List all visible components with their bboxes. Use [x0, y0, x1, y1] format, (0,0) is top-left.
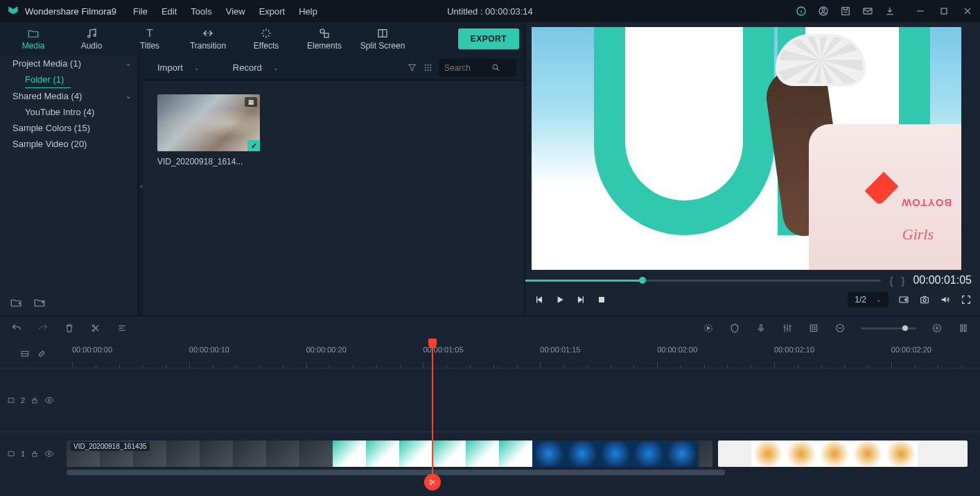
chevron-down-icon[interactable]: ⌄: [273, 65, 279, 71]
tree-sample-video[interactable]: Sample Video (20): [0, 136, 138, 152]
save-icon[interactable]: [840, 6, 851, 17]
clip-name-label: VID_20200918_1614...: [157, 157, 260, 166]
undo-button[interactable]: [11, 323, 22, 334]
check-icon: ✓: [247, 140, 260, 151]
info-icon[interactable]: [796, 6, 807, 17]
close-icon[interactable]: [962, 6, 973, 17]
svg-rect-32: [961, 325, 963, 331]
step-forward-button[interactable]: [575, 294, 586, 305]
record-button[interactable]: Record: [227, 60, 268, 76]
tree-shared-media[interactable]: Shared Media (4)⌄: [0, 88, 138, 104]
ruler-label: 00:00:02:00: [657, 345, 697, 354]
splitter-handle[interactable]: ◂: [139, 55, 143, 316]
menu-view[interactable]: View: [226, 6, 245, 17]
search-input[interactable]: [444, 63, 486, 73]
menu-edit[interactable]: Edit: [161, 6, 177, 17]
track-head-1: 1: [0, 431, 67, 474]
tab-transition[interactable]: Transition: [179, 27, 237, 51]
tab-effects[interactable]: Effects: [237, 27, 295, 51]
timeline-zoom-slider[interactable]: [861, 327, 916, 330]
tree-project-media[interactable]: Project Media (1)⌄: [0, 55, 138, 71]
tab-titles[interactable]: Titles: [121, 27, 179, 51]
track-manage-icon[interactable]: [20, 349, 30, 359]
preview-text-overlay: BOYTOW: [901, 197, 952, 209]
zoom-out-button[interactable]: [834, 323, 846, 334]
eye-icon[interactable]: [44, 449, 54, 459]
lock-icon[interactable]: [30, 450, 39, 458]
eye-icon[interactable]: [44, 395, 54, 405]
tab-media[interactable]: Media: [4, 27, 62, 51]
timeline-clip-2[interactable]: [718, 441, 968, 467]
maximize-icon[interactable]: [938, 6, 950, 17]
zoom-fit-button[interactable]: [958, 323, 969, 334]
svg-rect-38: [33, 400, 37, 403]
zoom-in-button[interactable]: [931, 323, 943, 334]
music-icon: [85, 27, 98, 40]
tree-youtube-intro[interactable]: YouTube Intro (4): [0, 104, 138, 120]
svg-point-17: [425, 69, 426, 71]
account-icon[interactable]: [818, 6, 829, 17]
video-track-2[interactable]: [67, 368, 980, 431]
text-icon: [143, 27, 156, 40]
timeline-clip-1[interactable]: VID_20200918_161435: [67, 441, 712, 467]
scissor-icon[interactable]: [424, 474, 441, 490]
split-button[interactable]: [90, 323, 101, 334]
delete-folder-icon[interactable]: [33, 296, 46, 309]
edit-tools-button[interactable]: [116, 323, 128, 334]
redo-button[interactable]: [37, 323, 49, 334]
delete-button[interactable]: [64, 323, 75, 334]
marker-button[interactable]: [729, 323, 740, 334]
svg-point-6: [88, 35, 90, 37]
menu-export[interactable]: Export: [259, 6, 286, 17]
preview-zoom-select[interactable]: 1/2⌄: [848, 292, 889, 307]
video-track-1[interactable]: VID_20200918_161435: [67, 431, 980, 474]
media-clip[interactable]: ▦ ✓ VID_20200918_1614...: [157, 94, 260, 166]
svg-point-15: [428, 67, 429, 69]
media-tree: Project Media (1)⌄ Folder (1) Shared Med…: [0, 55, 139, 316]
svg-point-16: [430, 67, 431, 69]
tab-split-screen[interactable]: Split Screen: [353, 27, 412, 51]
preview-viewport[interactable]: BOYTOW Girls: [532, 27, 961, 270]
tree-folder-1[interactable]: Folder (1): [25, 71, 71, 88]
chevron-down-icon: ⌄: [125, 92, 131, 100]
new-folder-icon[interactable]: [10, 296, 22, 309]
svg-point-24: [923, 299, 926, 302]
svg-point-26: [92, 330, 94, 332]
quality-icon[interactable]: [898, 294, 909, 305]
shapes-icon: [318, 27, 331, 40]
tab-elements[interactable]: Elements: [295, 27, 353, 51]
tree-sample-colors[interactable]: Sample Colors (15): [0, 120, 138, 136]
crop-button[interactable]: [808, 323, 819, 334]
menu-tools[interactable]: Tools: [191, 6, 211, 17]
link-icon[interactable]: [37, 349, 46, 359]
playhead[interactable]: [432, 340, 433, 486]
preview-scrubber[interactable]: [525, 280, 881, 282]
step-back-button[interactable]: [534, 294, 545, 305]
menu-file[interactable]: File: [133, 6, 148, 17]
chevron-down-icon[interactable]: ⌄: [194, 65, 200, 71]
mark-out-button[interactable]: }: [901, 275, 904, 287]
filter-icon[interactable]: [407, 62, 417, 73]
volume-icon[interactable]: [940, 294, 951, 305]
import-button[interactable]: Import: [152, 60, 189, 76]
play-button[interactable]: [554, 294, 566, 305]
stop-button[interactable]: [596, 294, 607, 305]
tab-audio[interactable]: Audio: [62, 27, 121, 51]
search-icon[interactable]: [491, 63, 500, 72]
render-button[interactable]: [703, 323, 714, 334]
download-icon[interactable]: [884, 6, 895, 17]
mark-in-button[interactable]: {: [889, 275, 893, 287]
mail-icon[interactable]: [862, 6, 873, 17]
export-button[interactable]: EXPORT: [458, 28, 519, 49]
grid-view-icon[interactable]: [423, 62, 433, 73]
horizontal-scrollbar[interactable]: [67, 470, 725, 475]
menu-help[interactable]: Help: [299, 6, 317, 17]
minimize-icon[interactable]: [915, 6, 926, 17]
snapshot-icon[interactable]: [919, 294, 930, 305]
audio-mixer-button[interactable]: [782, 323, 793, 334]
voiceover-button[interactable]: [755, 323, 767, 334]
timeline-ruler[interactable]: 00:00:00:0000:00:00:1000:00:00:2000:00:0…: [67, 340, 980, 368]
fullscreen-icon[interactable]: [961, 294, 972, 305]
lock-icon[interactable]: [30, 396, 39, 404]
svg-rect-29: [810, 325, 816, 331]
